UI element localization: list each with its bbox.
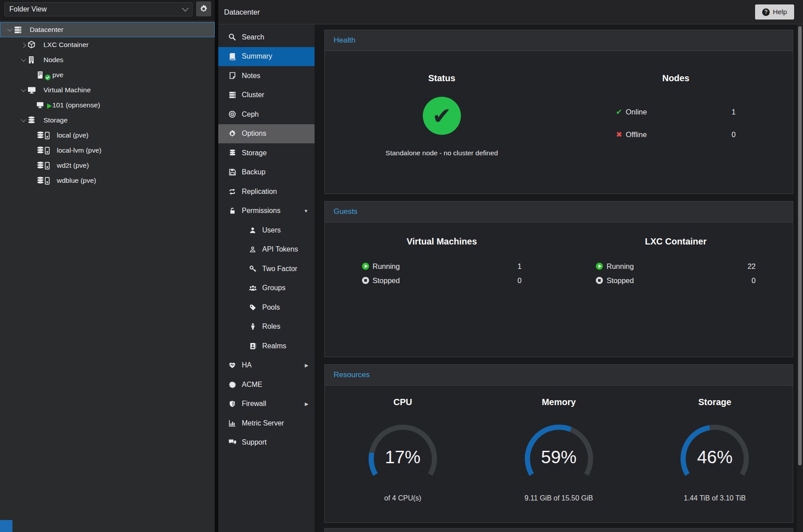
menu-item-label: Users (262, 226, 281, 234)
caret-expanded-icon[interactable] (20, 88, 28, 92)
row-value: 0 (732, 130, 736, 139)
menu-item-groups[interactable]: Groups (218, 279, 315, 298)
help-button[interactable]: ? Help (755, 4, 794, 20)
scrollbar-thumb[interactable] (798, 26, 802, 465)
menu-item-label: Storage (242, 149, 267, 157)
server-stack-icon (14, 26, 27, 34)
tree-item-pve[interactable]: pve (0, 67, 215, 83)
menu-item-users[interactable]: Users (218, 221, 315, 240)
vertical-scrollbar[interactable] (797, 24, 803, 532)
menu-item-api-tokens[interactable]: API Tokens (218, 240, 315, 260)
menu-item-label: Groups (262, 284, 285, 292)
row-label: Running (606, 262, 634, 271)
monitor-play-icon (36, 102, 50, 109)
tree-item-storage-local[interactable]: local (pve) (0, 128, 215, 143)
menu-item-replication[interactable]: Replication (218, 182, 315, 201)
menu-item-label: Replication (242, 188, 277, 196)
heartbeat-icon (228, 362, 236, 369)
tree-item-label: local-lvm (pve) (57, 146, 102, 154)
tree-item-label: Datacenter (30, 26, 63, 34)
tree-item-storage-wdblue[interactable]: wdblue (pve) (0, 173, 215, 188)
caret-expanded-icon[interactable] (20, 118, 28, 122)
menu-item-label: Realms (262, 342, 286, 350)
storage-heading: Storage (698, 397, 731, 407)
person-icon (248, 323, 257, 330)
menu-item-acme[interactable]: ACME (218, 375, 315, 394)
tree-item-datacenter[interactable]: Datacenter (0, 22, 215, 37)
cpu-gauge: 17% (363, 422, 442, 480)
online-check-badge-icon (45, 75, 51, 80)
menu-item-metric-server[interactable]: Metric Server (218, 414, 315, 433)
menu-item-support[interactable]: Support (218, 433, 315, 453)
menu-item-label: Metric Server (242, 419, 284, 427)
chevron-down-icon (182, 4, 189, 12)
play-circle-icon (596, 263, 603, 270)
panel-splitter[interactable] (215, 0, 218, 532)
guests-vm-column: Virtual Machines Running 1 Stopped 0 (325, 222, 559, 287)
vm-running-row: Running 1 (362, 260, 522, 272)
summary-content-area: Health Status ✔ Standalone node - no clu… (315, 24, 797, 532)
menu-item-firewall[interactable]: Firewall ▶ (218, 394, 315, 414)
tree-settings-button[interactable] (196, 1, 211, 16)
address-book-icon (248, 343, 257, 350)
menu-item-label: Notes (242, 72, 260, 80)
storage-gauge: 46% (675, 422, 754, 480)
caret-expanded-icon[interactable] (6, 28, 14, 32)
menu-item-ceph[interactable]: Ceph (218, 105, 315, 124)
view-mode-select[interactable]: Folder View (4, 2, 193, 16)
nodes-offline-row: ✖Offline 0 (616, 128, 736, 141)
menu-item-options[interactable]: Options (218, 124, 315, 144)
tree-item-label: LXC Container (43, 41, 89, 49)
tree-item-lxc-container[interactable]: LXC Container (0, 37, 215, 52)
database-drive-icon (36, 162, 54, 169)
menu-item-two-factor[interactable]: Two Factor (218, 259, 315, 279)
menu-item-notes[interactable]: Notes (218, 66, 315, 86)
storage-gauge-column: Storage 46% 1.44 TiB of 3.10 TiB (637, 386, 793, 502)
help-button-label: Help (773, 8, 787, 16)
menu-item-summary[interactable]: Summary (218, 47, 315, 67)
menu-item-storage[interactable]: Storage (218, 143, 315, 163)
tree-item-storage-wd2t[interactable]: wd2t (pve) (0, 158, 215, 173)
tree-item-virtual-machine[interactable]: Virtual Machine (0, 83, 215, 98)
cpu-percent: 17% (363, 447, 442, 467)
menu-item-backup[interactable]: Backup (218, 163, 315, 182)
question-circle-icon: ? (762, 8, 770, 16)
menu-item-label: Support (242, 438, 267, 446)
vm-heading: Virtual Machines (406, 236, 477, 247)
caret-collapsed-icon[interactable] (20, 43, 28, 47)
menu-item-search[interactable]: Search (218, 28, 315, 47)
stop-circle-icon (362, 277, 369, 284)
caret-expanded-icon[interactable] (20, 58, 28, 62)
resources-panel-header: Resources (325, 365, 793, 386)
tree-item-label: Nodes (43, 56, 63, 64)
menu-item-cluster[interactable]: Cluster (218, 86, 315, 105)
vm-stopped-row: Stopped 0 (362, 274, 522, 287)
loading-indicator (0, 520, 12, 532)
menu-item-ha[interactable]: HA ▶ (218, 356, 315, 375)
menu-item-label: ACME (242, 381, 262, 389)
tree-item-vm-101[interactable]: 101 (opnsense) (0, 98, 215, 113)
burst-seal-icon (228, 381, 236, 388)
menu-item-pools[interactable]: Pools (218, 298, 315, 317)
menu-item-realms[interactable]: Realms (218, 336, 315, 356)
status-message: Standalone node - no cluster defined (386, 149, 498, 157)
comments-icon (228, 439, 236, 446)
tree-item-nodes[interactable]: Nodes (0, 52, 215, 67)
cpu-heading: CPU (394, 397, 412, 407)
content-header-bar: Datacenter ? Help (218, 0, 803, 24)
tree-item-label: Virtual Machine (43, 86, 91, 94)
tree-item-storage-local-lvm[interactable]: local-lvm (pve) (0, 143, 215, 158)
note-icon (228, 72, 236, 79)
menu-item-label: HA (242, 361, 252, 369)
memory-gauge-column: Memory 59% 9.11 GiB of 15.50 GiB (481, 386, 637, 502)
menu-item-roles[interactable]: Roles (218, 317, 315, 337)
storage-percent: 46% (675, 447, 754, 467)
nodes-online-row: ✔Online 1 (616, 106, 736, 118)
guests-panel-header: Guests (325, 201, 793, 222)
menu-item-permissions[interactable]: Permissions ▼ (218, 201, 315, 221)
menu-item-label: Search (242, 33, 264, 41)
book-icon (228, 53, 236, 60)
tree-item-storage[interactable]: Storage (0, 113, 215, 128)
row-label: Running (373, 262, 400, 271)
health-panel: Health Status ✔ Standalone node - no clu… (324, 30, 793, 194)
